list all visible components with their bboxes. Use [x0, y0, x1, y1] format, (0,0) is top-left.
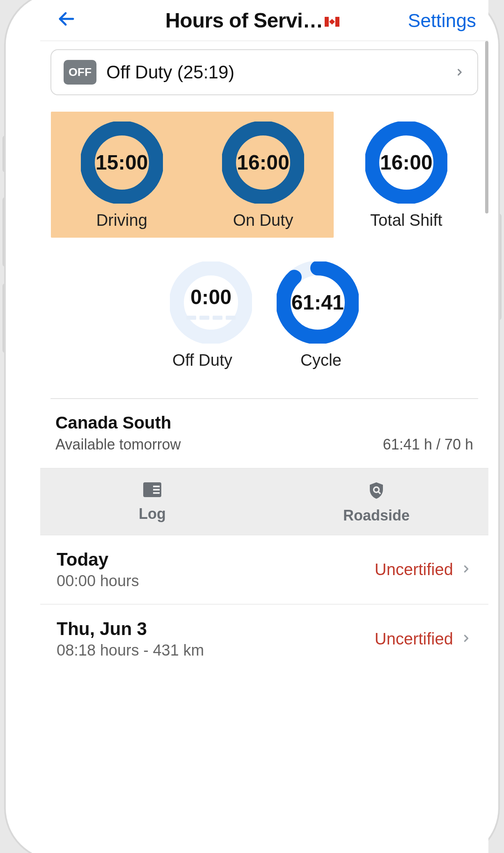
- dial-driving-gauge: 15:00: [81, 122, 163, 204]
- offduty-empty-indicator: [186, 316, 236, 320]
- dial-offduty-value: 0:00: [170, 261, 252, 344]
- svg-rect-14: [153, 492, 160, 494]
- dial-cycle-value: 61:41: [277, 261, 359, 344]
- dials-row-2: 0:00 Off Duty 61:41 Cycle: [50, 261, 478, 369]
- dial-driving-label: Driving: [96, 211, 147, 229]
- log-list: Today 00:00 hours Uncertified Thu, Jun 3…: [40, 535, 488, 673]
- tab-log[interactable]: Log: [40, 468, 264, 535]
- region-name: Canada South: [55, 413, 383, 433]
- log-row-subtitle: 00:00 hours: [57, 572, 375, 590]
- settings-link[interactable]: Settings: [400, 9, 476, 32]
- page-title: Hours of Servi…: [80, 9, 400, 32]
- log-row-title: Today: [57, 549, 375, 570]
- region-info: Canada South Available tomorrow: [55, 413, 383, 453]
- dial-total-value: 16:00: [365, 122, 447, 204]
- dial-onduty-value: 16:00: [222, 122, 304, 204]
- dial-cycle-gauge: 61:41: [277, 261, 359, 344]
- scrollbar[interactable]: [485, 41, 488, 213]
- page-title-text: Hours of Servi…: [165, 9, 323, 32]
- tab-roadside[interactable]: Roadside: [264, 468, 488, 535]
- phone-power-button: [496, 213, 502, 320]
- duty-status-text: Off Duty (25:19): [106, 62, 454, 83]
- log-row[interactable]: Thu, Jun 3 08:18 hours - 431 km Uncertif…: [40, 605, 488, 673]
- app-screen: Hours of Servi… Settings OFF Off Duty (2…: [40, 0, 488, 853]
- region-hours: 61:41 h / 70 h: [383, 436, 473, 453]
- phone-frame: Hours of Servi… Settings OFF Off Duty (2…: [12, 0, 492, 853]
- dial-total: 16:00 Total Shift: [335, 112, 477, 229]
- tab-bar: Log Roadside: [40, 468, 488, 535]
- log-row[interactable]: Today 00:00 hours Uncertified: [40, 535, 488, 605]
- svg-rect-13: [153, 489, 160, 491]
- log-icon: [40, 481, 264, 500]
- chevron-right-icon: [460, 630, 472, 648]
- svg-rect-12: [153, 486, 160, 487]
- log-row-status: Uncertified: [375, 560, 453, 579]
- log-row-title: Thu, Jun 3: [57, 619, 375, 639]
- region-subtitle: Available tomorrow: [55, 436, 383, 453]
- phone-volume-down: [2, 197, 8, 267]
- dial-onduty-gauge: 16:00: [222, 122, 304, 204]
- dial-onduty: 16:00 On Duty: [192, 122, 334, 229]
- dial-offduty-label: Off Duty: [172, 351, 232, 369]
- dial-onduty-label: On Duty: [233, 211, 293, 229]
- back-arrow-icon[interactable]: [53, 6, 80, 34]
- dial-total-gauge: 16:00: [365, 122, 447, 204]
- dial-driving: 15:00 Driving: [51, 122, 192, 229]
- dial-cycle: 61:41 Cycle: [273, 261, 478, 369]
- log-row-status: Uncertified: [375, 630, 453, 648]
- header-bar: Hours of Servi… Settings: [40, 0, 488, 41]
- dial-cycle-label: Cycle: [300, 351, 341, 369]
- dials-row-1: 15:00 Driving 16:00 On Duty: [50, 112, 478, 238]
- phone-silent-switch: [2, 283, 8, 353]
- phone-volume-up: [2, 135, 8, 172]
- duty-status-card[interactable]: OFF Off Duty (25:19): [50, 49, 478, 95]
- dial-offduty-gauge: 0:00: [170, 261, 252, 344]
- chevron-right-icon: [454, 64, 465, 81]
- dial-total-label: Total Shift: [370, 211, 442, 229]
- off-duty-badge: OFF: [64, 60, 96, 85]
- dial-offduty: 0:00 Off Duty: [50, 261, 256, 369]
- log-row-subtitle: 08:18 hours - 431 km: [57, 642, 375, 659]
- region-section: Canada South Available tomorrow 61:41 h …: [50, 398, 478, 468]
- dials-section: 15:00 Driving 16:00 On Duty: [50, 112, 478, 369]
- tab-roadside-label: Roadside: [343, 507, 410, 524]
- dial-driving-value: 15:00: [81, 122, 163, 204]
- tab-log-label: Log: [139, 505, 166, 522]
- chevron-right-icon: [460, 561, 472, 578]
- canada-flag-icon: [325, 17, 339, 27]
- highlighted-dials: 15:00 Driving 16:00 On Duty: [51, 112, 334, 238]
- content-area: OFF Off Duty (25:19) 15:00 Driving: [40, 41, 488, 853]
- shield-search-icon: [264, 481, 488, 502]
